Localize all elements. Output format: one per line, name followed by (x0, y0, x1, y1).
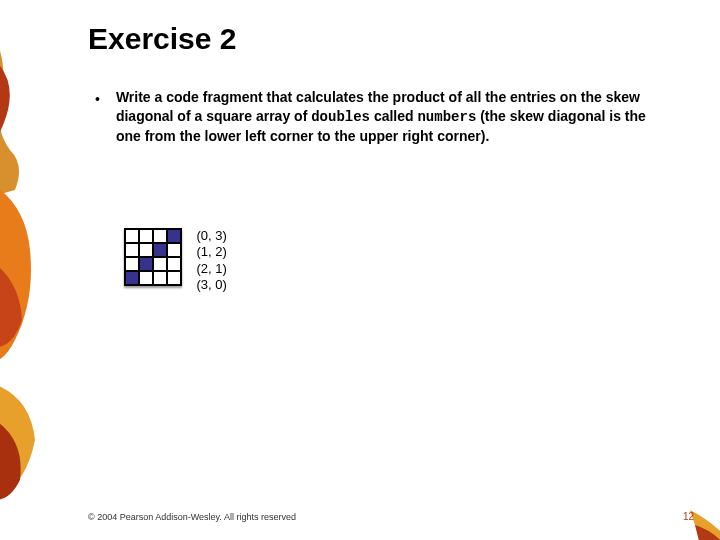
cell-0-3 (167, 229, 181, 243)
cell-3-0 (125, 271, 139, 285)
cell-1-0 (125, 243, 139, 257)
cell-0-2 (153, 229, 167, 243)
coord-item: (1, 2) (196, 244, 226, 260)
coord-item: (0, 3) (196, 228, 226, 244)
bullet-block: • Write a code fragment that calculates … (95, 88, 655, 146)
cell-2-0 (125, 257, 139, 271)
decorative-leaves (0, 0, 720, 540)
skew-diagonal-grid (124, 228, 182, 286)
cell-1-1 (139, 243, 153, 257)
code-doubles: doubles (311, 109, 370, 125)
cell-3-1 (139, 271, 153, 285)
cell-2-3 (167, 257, 181, 271)
coordinate-list: (0, 3) (1, 2) (2, 1) (3, 0) (196, 228, 226, 293)
coord-item: (2, 1) (196, 261, 226, 277)
copyright-footer: © 2004 Pearson Addison-Wesley. All right… (88, 512, 296, 522)
slide-title: Exercise 2 (88, 22, 236, 56)
cell-3-2 (153, 271, 167, 285)
cell-2-1 (139, 257, 153, 271)
grid-row (125, 257, 181, 271)
code-numbers: numbers (417, 109, 476, 125)
grid-row (125, 271, 181, 285)
cell-1-2 (153, 243, 167, 257)
cell-2-2 (153, 257, 167, 271)
grid-figure: (0, 3) (1, 2) (2, 1) (3, 0) (124, 228, 227, 293)
bullet-dot: • (95, 88, 100, 110)
grid-row (125, 243, 181, 257)
grid-row (125, 229, 181, 243)
cell-0-1 (139, 229, 153, 243)
cell-0-0 (125, 229, 139, 243)
body-text: Write a code fragment that calculates th… (116, 88, 655, 146)
cell-3-3 (167, 271, 181, 285)
cell-1-3 (167, 243, 181, 257)
page-number: 12 (683, 511, 694, 522)
coord-item: (3, 0) (196, 277, 226, 293)
